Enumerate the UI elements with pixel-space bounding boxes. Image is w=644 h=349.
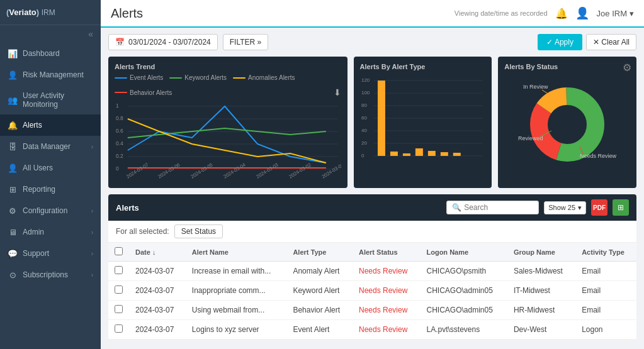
show-chevron-icon: ▾ [578,204,582,212]
support-icon: 💬 [8,248,18,258]
table-header-row: Date ↓ Alert Name Alert Type Alert Statu… [108,243,636,262]
svg-text:0.2: 0.2 [116,153,123,159]
sidebar: (Veriato) IRM « 📊 Dashboard 👤 Risk Manag… [0,0,101,349]
row-checkbox-cell[interactable] [108,262,129,281]
sidebar-item-support[interactable]: 💬 Support › [0,243,101,264]
svg-rect-35 [402,153,410,156]
row-checkbox-cell[interactable] [108,281,129,301]
clear-all-button[interactable]: ✕ Clear All [586,34,636,50]
search-input[interactable] [464,203,533,212]
row-logon-name: CHICAGO\admin05 [420,281,507,301]
row-logon-name: LA.pvt\sstevens [420,320,507,340]
sidebar-item-user-activity[interactable]: 👥 User Activity Monitoring [0,86,101,114]
svg-text:1: 1 [116,102,119,109]
svg-text:60: 60 [361,115,367,121]
bar-chart: 120 100 80 60 40 20 0 [360,74,486,169]
row-checkbox[interactable] [115,324,123,333]
search-box[interactable]: 🔍 [446,201,539,214]
row-alert-name: Inappropriate comm... [186,281,287,301]
notification-bell-icon[interactable]: 🔔 [555,8,568,19]
svg-text:20: 20 [361,140,367,146]
show-count-select[interactable]: Show 25 ▾ [544,201,586,214]
apply-button[interactable]: ✓ Apply [538,34,582,50]
alerts-table-section: Alerts 🔍 Show 25 ▾ PDF ⊞ [108,194,636,340]
svg-rect-36 [415,148,422,156]
row-logon-name: CHICAGO\admin05 [420,301,507,320]
svg-text:0: 0 [361,153,364,158]
row-alert-type: Event Alert [286,320,353,340]
alerts-controls: 🔍 Show 25 ▾ PDF ⊞ [446,199,629,216]
filter-label: FILTER [230,38,255,47]
sidebar-item-data-manager[interactable]: 🗄 Data Manager › [0,136,101,157]
download-icon[interactable]: ⬇ [334,87,341,97]
row-checkbox[interactable] [115,285,123,294]
row-date: 2024-03-07 [129,320,186,340]
row-alert-name: Using webmail from... [186,301,287,320]
svg-text:2024-03-06: 2024-03-06 [157,162,181,179]
charts-row: Alerts Trend Event Alerts Keyword Alerts… [108,57,636,188]
row-checkbox[interactable] [115,266,123,274]
sidebar-item-reporting[interactable]: ⊞ Reporting [0,179,101,200]
filter-actions: ✓ Apply ✕ Clear All [538,34,636,50]
alerts-by-type-card: Alerts By Alert Type 120 100 80 60 40 20… [354,57,492,188]
filter-button[interactable]: FILTER » [223,34,268,50]
clear-label: ✕ Clear All [593,38,630,47]
sidebar-item-alerts[interactable]: 🔔 Alerts [0,114,101,136]
svg-rect-39 [453,153,460,156]
alerts-icon: 🔔 [8,120,18,130]
sidebar-item-all-users[interactable]: 👤 All Users [0,157,101,179]
sidebar-item-label: Alerts [23,121,93,130]
svg-text:100: 100 [361,90,370,96]
sidebar-item-subscriptions[interactable]: ⊙ Subscriptions › [0,264,101,285]
donut-svg: In Review Reviewed Needs Review [517,77,618,165]
sidebar-item-label: Subscriptions [23,270,86,279]
svg-rect-38 [440,152,448,156]
user-activity-icon: 👥 [8,95,18,105]
legend-event-alerts: Event Alerts [115,74,163,81]
chevron-right-icon: › [91,208,93,214]
export-pdf-button[interactable]: PDF [591,199,607,216]
row-checkbox-cell[interactable] [108,301,129,320]
status-badge: Needs Review [359,306,407,314]
select-all-checkbox[interactable] [115,247,123,255]
export-csv-button[interactable]: ⊞ [613,199,629,216]
svg-text:2024-03-01: 2024-03-01 [321,162,341,179]
col-date: Date ↓ [129,243,186,262]
row-checkbox[interactable] [115,305,123,313]
sidebar-navigation: 📊 Dashboard 👤 Risk Management 👥 User Act… [0,43,101,349]
table-row: 2024-03-07 Increase in email with... Ano… [108,262,636,281]
bulk-actions-bar: For all selected: Set Status [108,221,636,243]
donut-chart: In Review Reviewed Needs Review [504,74,630,169]
expand-icon: » [257,38,262,47]
sidebar-item-admin[interactable]: 🖥 Admin › [0,221,101,243]
table-row: 2024-03-07 Logins to xyz server Event Al… [108,320,636,340]
set-status-button[interactable]: Set Status [174,224,223,238]
subscriptions-icon: ⊙ [8,270,18,280]
alerts-table-title: Alerts [116,203,139,213]
table-row: 2024-03-07 Using webmail from... Behavio… [108,301,636,320]
sidebar-item-dashboard[interactable]: 📊 Dashboard [0,43,101,64]
svg-text:120: 120 [361,77,370,83]
sidebar-item-risk-management[interactable]: 👤 Risk Management [0,64,101,86]
configuration-icon: ⚙ [8,206,18,216]
sidebar-item-label: User Activity Monitoring [23,91,93,109]
alerts-table-header: Alerts 🔍 Show 25 ▾ PDF ⊞ [108,194,636,221]
svg-text:0: 0 [116,165,119,172]
trend-chart-title: Alerts Trend [115,63,341,70]
status-gear-button[interactable]: ⚙ [623,62,631,74]
row-alert-name: Increase in email with... [186,262,287,281]
pdf-icon: PDF [593,204,606,211]
app-header: Alerts Viewing date/time as recorded 🔔 👤… [101,0,644,28]
col-group-name: Group Name [507,243,575,262]
svg-text:0.6: 0.6 [116,128,123,134]
table-body: 2024-03-07 Increase in email with... Ano… [108,262,636,340]
svg-text:Needs Review: Needs Review [580,153,617,159]
row-activity-type: Logon [575,320,636,340]
user-menu-button[interactable]: Joe IRM ▾ [597,9,634,18]
row-checkbox-cell[interactable] [108,320,129,340]
date-range-button[interactable]: 📅 03/01/2024 - 03/07/2024 [108,34,218,50]
type-svg: 120 100 80 60 40 20 0 [360,74,486,169]
sidebar-collapse-btn[interactable]: « [0,25,101,43]
sidebar-item-configuration[interactable]: ⚙ Configuration › [0,200,101,221]
show-label: Show 25 [548,204,575,211]
